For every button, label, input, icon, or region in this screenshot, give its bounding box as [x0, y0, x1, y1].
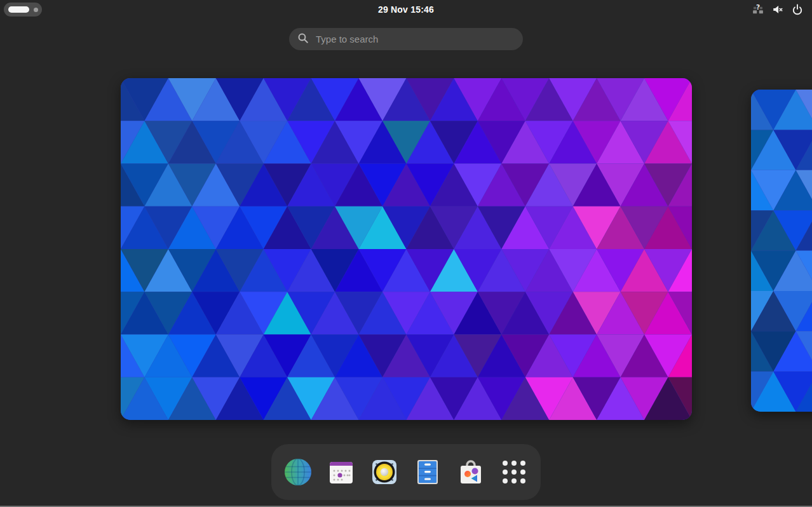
music-speaker-icon	[369, 457, 400, 487]
svg-text:?: ?	[756, 4, 760, 11]
dash-app-files[interactable]	[412, 457, 443, 487]
file-manager-cabinet-icon	[412, 457, 443, 487]
calendar-icon	[326, 457, 356, 487]
dash-app-web-browser[interactable]	[283, 457, 313, 487]
show-applications-button[interactable]	[499, 457, 529, 487]
show-applications-grid-icon	[501, 459, 527, 485]
search-input[interactable]	[315, 33, 519, 45]
workspace-thumbnail-1[interactable]	[121, 78, 692, 420]
search-icon	[297, 32, 309, 46]
dash-app-calendar[interactable]	[326, 457, 356, 487]
web-browser-globe-icon	[283, 457, 313, 487]
dash-app-software[interactable]	[456, 457, 486, 487]
dash-app-music[interactable]	[369, 457, 400, 487]
power-icon	[792, 4, 803, 15]
workspace-thumbnail-2[interactable]	[751, 90, 812, 412]
dash	[271, 444, 541, 500]
network-wired-question-icon: ?	[752, 4, 764, 15]
volume-muted-icon	[772, 4, 783, 15]
clock[interactable]: 29 Nov 15:46	[0, 4, 812, 15]
software-store-bag-icon	[456, 457, 486, 487]
search-bar[interactable]	[289, 28, 523, 50]
gnome-shell-overview: 29 Nov 15:46 ?	[0, 0, 812, 507]
wallpaper-triangles	[751, 90, 812, 412]
wallpaper-triangles	[121, 78, 692, 420]
top-bar: 29 Nov 15:46 ?	[0, 0, 812, 19]
system-status-area[interactable]: ?	[752, 0, 803, 19]
